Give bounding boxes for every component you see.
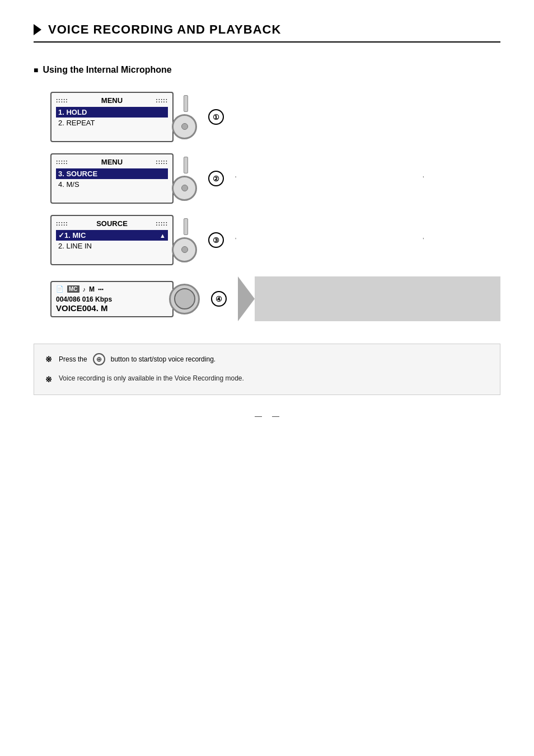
step-4-icon-mc: MC (67, 285, 79, 293)
step-1-row: ::::: MENU ::::: 1. HOLD 2. REPEAT ① (50, 92, 500, 142)
step-2-dots-right: ::::: (156, 159, 168, 165)
step-4-icon-m: M (89, 285, 95, 293)
step-3-menu-header: ::::: SOURCE ::::: (56, 219, 168, 228)
step-4-desc (238, 276, 500, 321)
step-3-quote-close: ' (423, 237, 424, 243)
step-4-rec-filename: VOICE004. M (56, 303, 168, 313)
note-1-row: ※ Press the ⊕ button to start/stop voice… (45, 353, 489, 365)
step-3-row: ::::: SOURCE ::::: ✓1. MIC ▲ 2. LINE IN (50, 215, 500, 265)
step-1-knob-inner (181, 123, 188, 130)
page-number-right: — (272, 412, 279, 420)
step-4-rec-info: 004/086 016 Kbps (56, 295, 168, 303)
header-triangle-icon (34, 24, 41, 35)
step-1-menu-label: MENU (101, 96, 123, 105)
steps-container: ::::: MENU ::::: 1. HOLD 2. REPEAT ① (50, 92, 500, 321)
step-4-row: 📄 MC ♪ M ▪▪▪ 004/086 016 Kbps VOICE004. … (50, 276, 500, 321)
step-3-item-2: 2. LINE IN (56, 241, 168, 251)
step-3-desc: ' ' (235, 236, 500, 245)
page-header: VOICE RECORDING AND PLAYBACK (34, 22, 500, 43)
step-3-device: ::::: SOURCE ::::: ✓1. MIC ▲ 2. LINE IN (50, 215, 197, 265)
step-1-device: ::::: MENU ::::: 1. HOLD 2. REPEAT (50, 92, 197, 142)
step-4-grey-box (255, 276, 500, 321)
step-2-menu-label: MENU (101, 158, 123, 166)
step-4-screen: 📄 MC ♪ M ▪▪▪ 004/086 016 Kbps VOICE004. … (50, 281, 174, 317)
step-1-side-button (184, 95, 188, 112)
step-2-item-2: 4. M/S (56, 179, 168, 190)
notes-section: ※ Press the ⊕ button to start/stop voice… (34, 344, 500, 395)
step-3-number: ③ (208, 232, 224, 248)
step-1-knob (172, 114, 197, 139)
step-2-knob-inner (181, 185, 188, 191)
step-3-knob-inner (181, 246, 188, 253)
step-3-dots-left: ::::: (56, 220, 68, 227)
note-1-icon: ⊕ (93, 353, 105, 365)
step-2-item-1: 3. SOURCE (56, 168, 168, 179)
step-1-item-2: 2. REPEAT (56, 118, 168, 128)
note-2-text: Voice recording is only available in the… (59, 373, 489, 383)
step-4-triangle (238, 276, 255, 321)
step-2-device: ::::: MENU ::::: 3. SOURCE 4. M/S (50, 153, 197, 204)
page-number-left: — (255, 412, 262, 420)
page-title: VOICE RECORDING AND PLAYBACK (48, 22, 281, 37)
step-4-number: ④ (211, 291, 227, 307)
step-2-row: ::::: MENU ::::: 3. SOURCE 4. M/S ② ' (50, 153, 500, 204)
step-2-desc: ' ' (235, 174, 500, 184)
step-3-quote-open: ' (235, 237, 236, 243)
step-4-icon-doc: 📄 (56, 285, 64, 293)
step-4-icon-battery: ▪▪▪ (98, 287, 104, 292)
step-4-device-container: 📄 MC ♪ M ▪▪▪ 004/086 016 Kbps VOICE004. … (50, 281, 200, 317)
step-2-menu-header: ::::: MENU ::::: (56, 158, 168, 166)
step-1-dots-right: ::::: (156, 97, 168, 104)
step-1-dots-left: ::::: (56, 97, 68, 104)
note-1-symbol: ※ (45, 354, 52, 365)
step-2-dots-left: ::::: (56, 159, 68, 165)
step-3-mic-label: ✓1. MIC (58, 231, 86, 240)
step-3-arrow-right: ▲ (160, 232, 166, 239)
step-1-screen: ::::: MENU ::::: 1. HOLD 2. REPEAT (50, 92, 174, 142)
step-2-quote-close: ' (423, 175, 424, 182)
step-4-icons-row: 📄 MC ♪ M ▪▪▪ (56, 285, 168, 293)
step-3-knob (172, 237, 197, 262)
page-container: VOICE RECORDING AND PLAYBACK Using the I… (0, 0, 534, 443)
section-title: Using the Internal Microphone (34, 65, 500, 75)
step-4-knob (169, 284, 200, 314)
step-2-side-button (184, 157, 188, 173)
step-2-number: ② (208, 171, 224, 186)
step-3-dots-right: ::::: (156, 220, 168, 227)
step-1-number: ① (208, 109, 224, 125)
step-2-screen: ::::: MENU ::::: 3. SOURCE 4. M/S (50, 153, 174, 204)
step-1-menu-header: ::::: MENU ::::: (56, 96, 168, 105)
step-2-knob (172, 176, 197, 201)
note-1-text: Press the ⊕ button to start/stop voice r… (59, 353, 216, 365)
note-2-row: ※ Voice recording is only available in t… (45, 373, 489, 386)
page-numbers: — — (34, 412, 500, 420)
step-2-quote-open: ' (235, 175, 236, 182)
step-3-item-1: ✓1. MIC ▲ (56, 230, 168, 241)
step-3-screen: ::::: SOURCE ::::: ✓1. MIC ▲ 2. LINE IN (50, 215, 174, 265)
step-3-side-button (184, 218, 188, 235)
step-4-knob-inner (174, 288, 195, 309)
step-3-source-label: SOURCE (96, 219, 128, 228)
step-1-item-1: 1. HOLD (56, 107, 168, 118)
step-4-icon-music: ♪ (83, 286, 86, 293)
note-2-symbol: ※ (45, 374, 52, 386)
